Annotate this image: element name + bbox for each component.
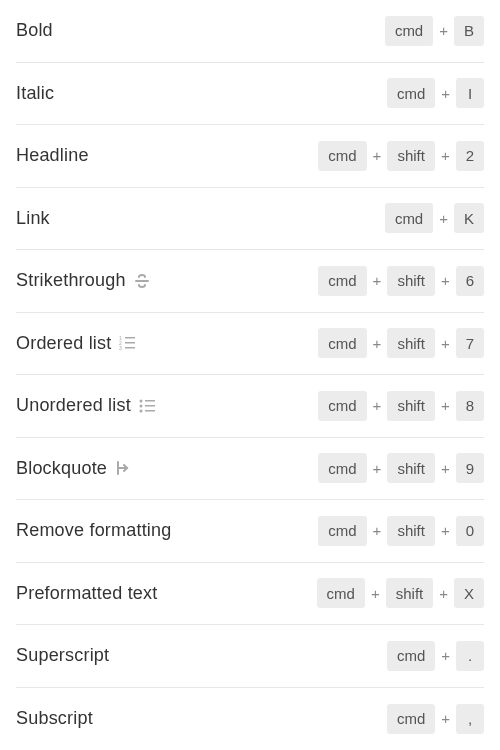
key-cmd: cmd [318, 516, 366, 546]
key-shift: shift [387, 391, 435, 421]
shortcut-keys: cmd+. [387, 641, 484, 671]
key-,: , [456, 704, 484, 734]
key-8: 8 [456, 391, 484, 421]
key-separator: + [373, 272, 382, 289]
key-cmd: cmd [385, 16, 433, 46]
key-shift: shift [387, 266, 435, 296]
key-shift: shift [387, 141, 435, 171]
shortcut-row: Linkcmd+K [16, 188, 484, 251]
key-separator: + [441, 710, 450, 727]
shortcut-keys: cmd+, [387, 704, 484, 734]
svg-rect-6 [125, 347, 135, 349]
key-9: 9 [456, 453, 484, 483]
shortcut-row: Boldcmd+B [16, 0, 484, 63]
svg-rect-10 [145, 400, 155, 402]
shortcut-label-wrap: Italic [16, 83, 54, 104]
svg-rect-12 [145, 410, 155, 412]
shortcut-label-wrap: Unordered list [16, 395, 155, 416]
key-separator: + [441, 335, 450, 352]
shortcut-row: Unordered listcmd+shift+8 [16, 375, 484, 438]
shortcut-label: Superscript [16, 645, 109, 666]
shortcut-label-wrap: Headline [16, 145, 89, 166]
shortcut-row: Ordered list123cmd+shift+7 [16, 313, 484, 376]
key-shift: shift [387, 516, 435, 546]
shortcut-row: Remove formattingcmd+shift+0 [16, 500, 484, 563]
shortcut-keys: cmd+shift+8 [318, 391, 484, 421]
shortcut-label: Blockquote [16, 458, 107, 479]
key-cmd: cmd [317, 578, 365, 608]
shortcut-label: Headline [16, 145, 89, 166]
key-separator: + [371, 585, 380, 602]
shortcut-row: Preformatted textcmd+shift+X [16, 563, 484, 626]
shortcut-row: Blockquotecmd+shift+9 [16, 438, 484, 501]
shortcut-label: Strikethrough [16, 270, 126, 291]
key-separator: + [373, 147, 382, 164]
key-separator: + [441, 397, 450, 414]
unordered-list-icon [139, 398, 155, 414]
key-cmd: cmd [318, 453, 366, 483]
key-7: 7 [456, 328, 484, 358]
shortcut-keys: cmd+B [385, 16, 484, 46]
shortcut-label-wrap: Link [16, 208, 50, 229]
strikethrough-icon [134, 273, 150, 289]
key-0: 0 [456, 516, 484, 546]
key-cmd: cmd [387, 641, 435, 671]
key-shift: shift [386, 578, 434, 608]
shortcut-keys: cmd+shift+6 [318, 266, 484, 296]
shortcut-keys: cmd+K [385, 203, 484, 233]
shortcut-label: Remove formatting [16, 520, 171, 541]
key-separator: + [439, 585, 448, 602]
shortcut-label: Preformatted text [16, 583, 157, 604]
svg-point-8 [139, 404, 142, 407]
shortcut-row: Strikethroughcmd+shift+6 [16, 250, 484, 313]
shortcut-row: Superscriptcmd+. [16, 625, 484, 688]
key-separator: + [441, 647, 450, 664]
key-separator: + [441, 272, 450, 289]
shortcut-label: Italic [16, 83, 54, 104]
shortcut-keys: cmd+shift+0 [318, 516, 484, 546]
key-shift: shift [387, 328, 435, 358]
ordered-list-icon: 123 [119, 335, 135, 351]
key-separator: + [441, 85, 450, 102]
shortcut-label-wrap: Blockquote [16, 458, 131, 479]
svg-rect-11 [145, 405, 155, 407]
key-cmd: cmd [318, 266, 366, 296]
shortcut-label-wrap: Preformatted text [16, 583, 157, 604]
shortcut-label-wrap: Bold [16, 20, 53, 41]
key-k: K [454, 203, 484, 233]
shortcut-label: Subscript [16, 708, 93, 729]
key-2: 2 [456, 141, 484, 171]
key-6: 6 [456, 266, 484, 296]
svg-text:3: 3 [119, 345, 122, 351]
shortcut-label-wrap: Superscript [16, 645, 109, 666]
shortcut-label-wrap: Subscript [16, 708, 93, 729]
shortcut-keys: cmd+shift+X [317, 578, 484, 608]
key-shift: shift [387, 453, 435, 483]
key-cmd: cmd [387, 704, 435, 734]
shortcut-label-wrap: Remove formatting [16, 520, 171, 541]
svg-rect-5 [125, 342, 135, 344]
shortcut-label-wrap: Ordered list123 [16, 333, 135, 354]
shortcut-keys: cmd+shift+2 [318, 141, 484, 171]
shortcut-row: Italiccmd+I [16, 63, 484, 126]
key-i: I [456, 78, 484, 108]
key-separator: + [373, 397, 382, 414]
key-separator: + [373, 522, 382, 539]
key-separator: + [373, 460, 382, 477]
shortcut-keys: cmd+shift+9 [318, 453, 484, 483]
svg-rect-4 [125, 337, 135, 339]
key-cmd: cmd [318, 391, 366, 421]
key-separator: + [441, 522, 450, 539]
blockquote-icon [115, 460, 131, 476]
shortcut-label: Unordered list [16, 395, 131, 416]
key-cmd: cmd [318, 141, 366, 171]
shortcut-list: Boldcmd+BItaliccmd+IHeadlinecmd+shift+2L… [0, 0, 500, 750]
key-cmd: cmd [385, 203, 433, 233]
shortcut-row: Headlinecmd+shift+2 [16, 125, 484, 188]
svg-point-7 [139, 399, 142, 402]
key-separator: + [441, 147, 450, 164]
shortcut-label: Ordered list [16, 333, 111, 354]
key-separator: + [439, 22, 448, 39]
shortcut-label: Bold [16, 20, 53, 41]
key-cmd: cmd [387, 78, 435, 108]
